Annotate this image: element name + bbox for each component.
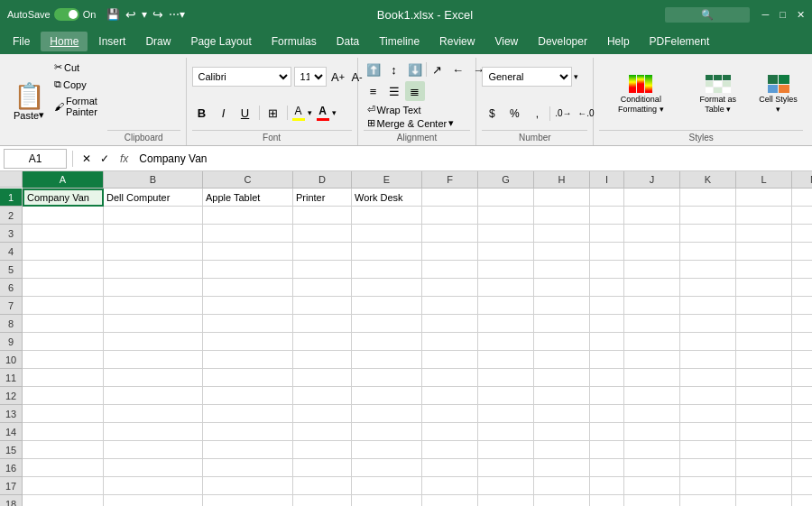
row-header-3[interactable]: 3 bbox=[0, 225, 22, 243]
cell-F2[interactable] bbox=[422, 207, 478, 225]
cell-M10[interactable] bbox=[792, 351, 812, 369]
align-center-button[interactable]: ☰ bbox=[384, 81, 404, 101]
cell-B16[interactable] bbox=[104, 459, 203, 477]
row-header-10[interactable]: 10 bbox=[0, 351, 22, 369]
cell-G7[interactable] bbox=[478, 297, 534, 315]
cell-D2[interactable] bbox=[293, 207, 352, 225]
cell-I6[interactable] bbox=[590, 279, 624, 297]
row-header-11[interactable]: 11 bbox=[0, 369, 22, 387]
cell-I14[interactable] bbox=[590, 423, 624, 441]
cell-A13[interactable] bbox=[23, 405, 104, 423]
row-header-16[interactable]: 16 bbox=[0, 459, 22, 477]
cell-L3[interactable] bbox=[736, 225, 792, 243]
menu-review[interactable]: Review bbox=[430, 32, 484, 51]
cell-I11[interactable] bbox=[590, 369, 624, 387]
cell-L10[interactable] bbox=[736, 351, 792, 369]
cell-I7[interactable] bbox=[590, 297, 624, 315]
row-header-12[interactable]: 12 bbox=[0, 387, 22, 405]
currency-button[interactable]: $ bbox=[482, 104, 502, 124]
cell-J7[interactable] bbox=[624, 297, 680, 315]
cell-A1[interactable]: Company Van bbox=[23, 189, 104, 207]
row-header-13[interactable]: 13 bbox=[0, 405, 22, 423]
cell-A3[interactable] bbox=[23, 225, 104, 243]
row-header-4[interactable]: 4 bbox=[0, 243, 22, 261]
cell-E7[interactable] bbox=[352, 297, 422, 315]
cell-H10[interactable] bbox=[534, 351, 590, 369]
cell-B18[interactable] bbox=[104, 495, 203, 506]
col-header-G[interactable]: G bbox=[478, 171, 534, 188]
col-header-C[interactable]: C bbox=[203, 171, 293, 188]
cell-I15[interactable] bbox=[590, 441, 624, 459]
cell-D1[interactable]: Printer bbox=[293, 189, 352, 207]
cell-H14[interactable] bbox=[534, 423, 590, 441]
cell-F15[interactable] bbox=[422, 441, 478, 459]
menu-formulas[interactable]: Formulas bbox=[263, 32, 326, 51]
cell-E14[interactable] bbox=[352, 423, 422, 441]
col-header-K[interactable]: K bbox=[680, 171, 736, 188]
cell-C3[interactable] bbox=[203, 225, 293, 243]
col-header-I[interactable]: I bbox=[590, 171, 624, 188]
cell-C8[interactable] bbox=[203, 315, 293, 333]
cell-L9[interactable] bbox=[736, 333, 792, 351]
menu-page-layout[interactable]: Page Layout bbox=[181, 32, 260, 51]
row-header-1[interactable]: 1 bbox=[0, 189, 22, 207]
cell-M16[interactable] bbox=[792, 459, 812, 477]
cell-L6[interactable] bbox=[736, 279, 792, 297]
cell-A9[interactable] bbox=[23, 333, 104, 351]
bold-button[interactable]: B bbox=[192, 103, 212, 123]
cell-D4[interactable] bbox=[293, 243, 352, 261]
cell-F3[interactable] bbox=[422, 225, 478, 243]
formula-input[interactable] bbox=[135, 149, 808, 169]
border-button[interactable]: ⊞ bbox=[263, 103, 283, 123]
cell-K12[interactable] bbox=[680, 387, 736, 405]
cell-A14[interactable] bbox=[23, 423, 104, 441]
cell-H9[interactable] bbox=[534, 333, 590, 351]
cell-F8[interactable] bbox=[422, 315, 478, 333]
merge-center-button[interactable]: ⊞ Merge & Center ▾ bbox=[364, 116, 458, 130]
cell-B3[interactable] bbox=[104, 225, 203, 243]
number-format-select[interactable]: General bbox=[482, 67, 572, 87]
cut-button[interactable]: ✂Cut bbox=[51, 60, 107, 75]
align-left-button[interactable]: ≡ bbox=[364, 81, 383, 101]
cell-F7[interactable] bbox=[422, 297, 478, 315]
col-header-L[interactable]: L bbox=[736, 171, 792, 188]
highlight-dropdown[interactable]: ▾ bbox=[308, 108, 312, 117]
cell-I5[interactable] bbox=[590, 261, 624, 279]
cell-J5[interactable] bbox=[624, 261, 680, 279]
cell-K4[interactable] bbox=[680, 243, 736, 261]
cell-E8[interactable] bbox=[352, 315, 422, 333]
menu-home[interactable]: Home bbox=[41, 32, 88, 51]
confirm-formula-button[interactable]: ✓ bbox=[97, 151, 113, 167]
row-header-7[interactable]: 7 bbox=[0, 297, 22, 315]
cell-G6[interactable] bbox=[478, 279, 534, 297]
cell-M5[interactable] bbox=[792, 261, 812, 279]
cell-B12[interactable] bbox=[104, 387, 203, 405]
restore-btn[interactable]: □ bbox=[780, 9, 786, 20]
cell-C7[interactable] bbox=[203, 297, 293, 315]
cell-M9[interactable] bbox=[792, 333, 812, 351]
cell-I2[interactable] bbox=[590, 207, 624, 225]
row-header-6[interactable]: 6 bbox=[0, 279, 22, 297]
col-header-A[interactable]: A bbox=[23, 171, 104, 188]
cell-A15[interactable] bbox=[23, 441, 104, 459]
cell-C1[interactable]: Apple Tablet bbox=[203, 189, 293, 207]
row-header-9[interactable]: 9 bbox=[0, 333, 22, 351]
cell-B10[interactable] bbox=[104, 351, 203, 369]
menu-file[interactable]: File bbox=[4, 32, 39, 51]
cell-M17[interactable] bbox=[792, 477, 812, 495]
cell-L11[interactable] bbox=[736, 369, 792, 387]
cell-D6[interactable] bbox=[293, 279, 352, 297]
format-as-table-button[interactable]: Format as Table ▾ bbox=[686, 71, 750, 118]
cell-I3[interactable] bbox=[590, 225, 624, 243]
cell-D11[interactable] bbox=[293, 369, 352, 387]
cell-H11[interactable] bbox=[534, 369, 590, 387]
row-header-2[interactable]: 2 bbox=[0, 207, 22, 225]
minimize-btn[interactable]: ─ bbox=[762, 9, 770, 20]
cell-A12[interactable] bbox=[23, 387, 104, 405]
cell-G11[interactable] bbox=[478, 369, 534, 387]
cell-F14[interactable] bbox=[422, 423, 478, 441]
cell-I8[interactable] bbox=[590, 315, 624, 333]
cell-H12[interactable] bbox=[534, 387, 590, 405]
cell-B11[interactable] bbox=[104, 369, 203, 387]
cell-K6[interactable] bbox=[680, 279, 736, 297]
